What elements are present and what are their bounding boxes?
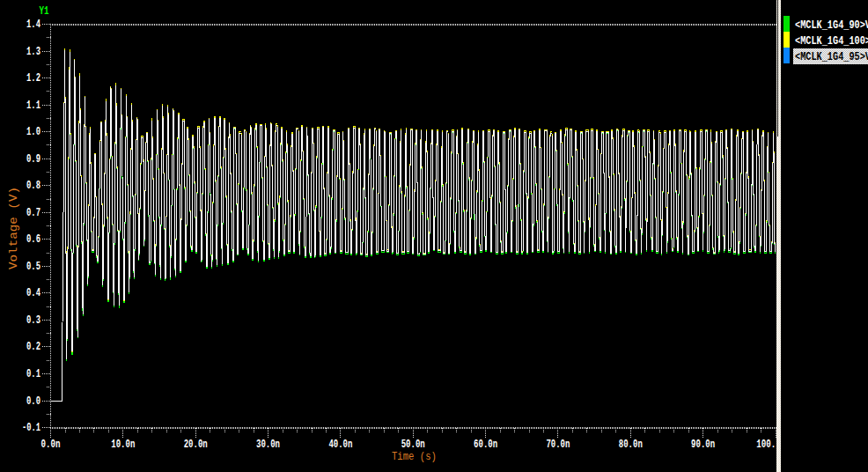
svg-text:80.0n: 80.0n: [619, 439, 643, 451]
svg-text:0.9: 0.9: [26, 153, 40, 166]
svg-text:30.0n: 30.0n: [256, 439, 280, 451]
svg-text:20.0n: 20.0n: [184, 439, 208, 451]
svg-text:Time (s): Time (s): [392, 450, 437, 463]
svg-text:-0.1: -0.1: [22, 422, 40, 434]
svg-text:<MCLK_1G4_95>V: <MCLK_1G4_95>V: [795, 51, 868, 63]
svg-text:1.0: 1.0: [26, 126, 40, 138]
svg-text:100.: 100.: [756, 439, 776, 451]
svg-text:0.0n: 0.0n: [41, 439, 61, 451]
svg-text:1.4: 1.4: [26, 18, 40, 31]
svg-text:0.6: 0.6: [26, 233, 40, 246]
svg-text:1.3: 1.3: [26, 46, 40, 58]
svg-text:<MCLK_1G4_100>: <MCLK_1G4_100>: [795, 35, 868, 48]
svg-text:1.2: 1.2: [26, 72, 40, 85]
svg-text:60.0n: 60.0n: [474, 439, 497, 451]
svg-text:0.8: 0.8: [26, 180, 40, 192]
svg-text:70.0n: 70.0n: [546, 439, 570, 451]
svg-text:0.0: 0.0: [26, 395, 40, 408]
svg-text:<MCLK_1G4_90>V: <MCLK_1G4_90>V: [795, 19, 868, 32]
svg-text:0.3: 0.3: [26, 314, 40, 327]
svg-text:0.5: 0.5: [26, 261, 40, 273]
svg-text:1.1: 1.1: [26, 100, 40, 112]
svg-text:50.0n: 50.0n: [401, 439, 425, 451]
svg-text:0.4: 0.4: [26, 287, 40, 299]
svg-text:40.0n: 40.0n: [328, 439, 352, 451]
svg-text:0.2: 0.2: [26, 341, 40, 353]
svg-text:0.7: 0.7: [26, 207, 40, 219]
svg-text:Voltage (V): Voltage (V): [7, 187, 20, 269]
svg-text:10.0n: 10.0n: [111, 439, 135, 451]
svg-text:Y1: Y1: [40, 5, 49, 18]
svg-text:90.0n: 90.0n: [691, 439, 715, 451]
svg-text:0.1: 0.1: [26, 368, 40, 380]
